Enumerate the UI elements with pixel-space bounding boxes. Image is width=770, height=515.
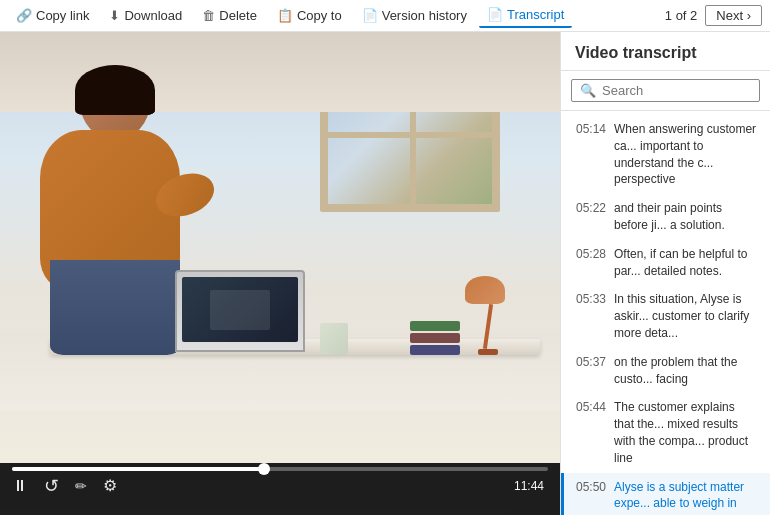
page-indicator: 1 of 2	[665, 8, 698, 23]
download-button[interactable]: ⬇ Download	[101, 4, 190, 27]
mug	[320, 323, 348, 355]
controls-row: ⏸ ↺ ✏ ⚙ 11:44	[12, 477, 548, 495]
book-3	[410, 345, 460, 355]
lamp-base	[478, 349, 498, 355]
history-icon: 📄	[362, 8, 378, 23]
progress-thumb	[258, 463, 270, 475]
next-button[interactable]: Next ›	[705, 5, 762, 26]
book-2	[410, 333, 460, 343]
search-icon: 🔍	[580, 83, 596, 98]
lamp-area	[470, 276, 505, 355]
transcript-item[interactable]: 05:44 The customer explains that the... …	[561, 393, 770, 472]
search-box[interactable]: 🔍	[571, 79, 760, 102]
transcript-item[interactable]: 05:22 and their pain points before ji...…	[561, 194, 770, 240]
rewind-button[interactable]: ↺	[44, 477, 59, 495]
book-1	[410, 321, 460, 331]
lamp-arm	[482, 304, 492, 349]
version-history-button[interactable]: 📄 Version history	[354, 4, 475, 27]
copy-link-button[interactable]: 🔗 Copy link	[8, 4, 97, 27]
person-hair	[75, 65, 155, 115]
lamp-shade	[465, 276, 505, 304]
main-content: ⏸ ↺ ✏ ⚙ 11:44 Video transcript 🔍 05:14 W…	[0, 32, 770, 515]
transcript-title: Video transcript	[561, 32, 770, 71]
video-controls: ⏸ ↺ ✏ ⚙ 11:44	[0, 463, 560, 515]
transcript-search-area: 🔍	[561, 71, 770, 111]
video-frame	[0, 32, 560, 463]
progress-fill	[12, 467, 264, 471]
toolbar: 🔗 Copy link ⬇ Download 🗑 Delete 📋 Copy t…	[0, 0, 770, 32]
controls-left: ⏸ ↺ ✏ ⚙	[12, 477, 117, 495]
download-icon: ⬇	[109, 8, 120, 23]
person-hair-long	[130, 94, 155, 115]
transcript-button[interactable]: 📄 Transcript	[479, 3, 572, 28]
pause-button[interactable]: ⏸	[12, 478, 28, 494]
link-icon: 🔗	[16, 8, 32, 23]
copy-icon: 📋	[277, 8, 293, 23]
transcript-icon: 📄	[487, 7, 503, 22]
search-input[interactable]	[602, 83, 751, 98]
laptop-screen-content	[210, 290, 270, 330]
transcript-item-active[interactable]: 05:50 Alyse is a subject matter expe... …	[561, 473, 770, 515]
settings-button[interactable]: ⚙	[103, 478, 117, 494]
copy-to-button[interactable]: 📋 Copy to	[269, 4, 350, 27]
time-display: 11:44	[514, 479, 548, 493]
transcript-list: 05:14 When answering customer ca... impo…	[561, 111, 770, 515]
pagination-area: 1 of 2 Next ›	[665, 5, 762, 26]
video-area: ⏸ ↺ ✏ ⚙ 11:44	[0, 32, 560, 515]
delete-icon: 🗑	[202, 8, 215, 23]
laptop	[175, 270, 305, 355]
annotation-button[interactable]: ✏	[75, 479, 87, 493]
transcript-item[interactable]: 05:14 When answering customer ca... impo…	[561, 115, 770, 194]
transcript-panel: Video transcript 🔍 05:14 When answering …	[560, 32, 770, 515]
delete-button[interactable]: 🗑 Delete	[194, 4, 265, 27]
transcript-item[interactable]: 05:33 In this situation, Alyse is askir.…	[561, 285, 770, 347]
transcript-item[interactable]: 05:28 Often, if can be helpful to par...…	[561, 240, 770, 286]
laptop-screen	[182, 277, 298, 342]
progress-bar[interactable]	[12, 467, 548, 471]
books	[410, 321, 460, 355]
transcript-item[interactable]: 05:37 on the problem that the custo... f…	[561, 348, 770, 394]
person-jeans	[50, 260, 180, 355]
laptop-lid	[175, 270, 305, 352]
